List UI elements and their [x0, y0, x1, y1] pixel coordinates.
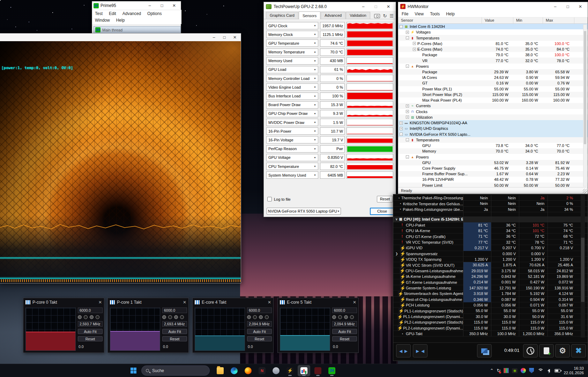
table-row[interactable]: ⚡ PL2-Leistungsgrenzwert (Statisch) 115.… [393, 319, 588, 325]
radio-button[interactable] [247, 315, 251, 319]
table-row[interactable]: - ▮ Temperatures [398, 137, 588, 143]
sensor-name-dropdown[interactable]: GPU Clock▼ [266, 22, 318, 29]
start-button[interactable] [131, 368, 136, 374]
tree-expander-icon[interactable]: - [406, 65, 409, 68]
tree-expander-icon[interactable]: - [400, 25, 403, 28]
taskbar-app-edge[interactable] [228, 365, 240, 376]
table-row[interactable]: ∨ ▦ CPU [#0]: Intel Core i5-13420H: Enha… [393, 216, 588, 222]
tree-expander-icon[interactable]: - [400, 133, 403, 136]
clock-button[interactable] [523, 344, 538, 357]
auto-fit-button[interactable]: Auto Fit [332, 329, 357, 334]
tray-chevron-up-icon[interactable]: ⌃ [490, 368, 494, 374]
table-row[interactable]: ⚡ PL1-Leistungsgrenzwert (Statisch) 55.0… [393, 308, 588, 313]
hwmonitor-menu-item[interactable]: View [415, 12, 424, 16]
gpu-device-select[interactable]: NVIDIA GeForce RTX 5050 Laptop GPU▼ [267, 208, 341, 215]
graph-max-field[interactable]: 6000.0 [247, 308, 272, 313]
sensor-name-dropdown[interactable]: GPU Chip Power Draw▼ [266, 110, 318, 117]
gpuz-tab[interactable]: Sensors [299, 12, 320, 19]
graph-reset-button[interactable]: Reset [162, 336, 187, 341]
tray-security-shield-icon[interactable] [529, 368, 534, 373]
table-row[interactable]: Max Peak Power (PL4) 160.00 W 160.00 W 1… [398, 97, 588, 103]
radio-button[interactable] [78, 315, 82, 319]
sensor-name-dropdown[interactable]: MVDDC Power Draw▼ [266, 119, 318, 126]
tree-expander-icon[interactable]: + [406, 116, 409, 119]
column-sensor[interactable]: Sensor [398, 17, 482, 23]
prime95-menu-item[interactable]: Help [116, 17, 125, 23]
scrollbar-thumb[interactable] [584, 31, 586, 144]
radio-button[interactable] [162, 315, 166, 319]
table-row[interactable]: Short Power Max (PL2) 115.00 W 115.00 W … [398, 92, 588, 97]
table-row[interactable]: - ▭ NVIDIA GeForce RTX 5050 Lapto... [398, 131, 588, 137]
radio-button[interactable] [344, 315, 348, 319]
table-row[interactable] [393, 212, 588, 216]
table-row[interactable]: ◔ GPU-Takt 350.0 MHz 100.0 MHz 1,200.0 M… [393, 331, 588, 337]
table-row[interactable]: + ▬ KINGSTON OM8PGP41024Q-AA [398, 120, 588, 126]
radio-button[interactable] [84, 315, 88, 319]
prime95-titlebar[interactable]: 24 Prime95 – □ ✕ [92, 1, 181, 10]
taskbar-app-grey[interactable] [270, 365, 282, 376]
table-row[interactable]: + ▭ Intel(R) UHD Graphics [398, 126, 588, 131]
graph-window-titlebar[interactable]: P-core 0 Takt ✕ [23, 298, 104, 306]
radio-button[interactable] [332, 315, 336, 319]
table-row[interactable]: + E-Cores (Max) 74.0 °C 35.0 °C 84.0 °C [398, 46, 588, 52]
table-row[interactable]: ⚡ CPU-Gesamt-Leistungsaufnahme 29.019 W … [393, 268, 588, 274]
table-row[interactable]: ! VR VCC Temperatur (SVID) 77 °C 32 °C 7… [393, 239, 588, 245]
graph-window-close-button[interactable]: ✕ [268, 300, 271, 305]
table-row[interactable]: - ▲ Powers [398, 64, 588, 69]
sensor-name-dropdown[interactable]: System Memory Used▼ [266, 171, 318, 179]
gpuz-titlebar[interactable]: TechPowerUp GPU-Z 2.68.0 – □ ✕ [264, 2, 396, 11]
checkbox-icon[interactable] [267, 197, 272, 201]
table-row[interactable]: GT 0.16 W 0.00 W 0.76 W [398, 80, 588, 86]
tree-expander-icon[interactable]: - [406, 36, 409, 39]
graph-reset-button[interactable]: Reset [332, 336, 357, 341]
log-to-file-checkbox[interactable]: Log to file [267, 197, 291, 201]
prime95-menu-item[interactable]: Advanced [122, 11, 141, 17]
sensor-name-dropdown[interactable]: PerfCap Reason▼ [266, 145, 318, 153]
tree-expander-icon[interactable]: + [400, 127, 403, 130]
radio-button[interactable] [350, 315, 354, 319]
prime95-menu-item[interactable]: Window [95, 17, 110, 23]
hwmonitor-minimize-button[interactable]: – [550, 3, 560, 10]
prime95-maximize-button[interactable]: □ [157, 2, 167, 9]
auto-fit-button[interactable]: Auto Fit [78, 329, 103, 334]
table-row[interactable]: GPU 53.02 W 3.28 W 81.92 W [398, 160, 588, 165]
tree-expander-icon[interactable]: + [406, 110, 409, 113]
sensor-name-dropdown[interactable]: Memory Controller Load▼ [266, 75, 318, 82]
table-row[interactable]: ❯ ⚡ Spannungsversatz 0.000 V 0.000 V [393, 251, 588, 257]
scrollbar[interactable] [583, 24, 587, 186]
tree-expander-icon[interactable]: + [413, 48, 416, 51]
table-row[interactable]: ⚡ PL1-Leistungsgrenzwert (Dynami... 30.0… [393, 314, 588, 319]
graph-window-titlebar[interactable]: E-core 4 Takt ✕ [193, 298, 273, 306]
sensor-name-dropdown[interactable]: Bus Interface Load▼ [266, 93, 318, 100]
stress-maximize-button[interactable]: □ [219, 34, 230, 41]
table-row[interactable]: ⚡ GT-Kerne Leistungsaufnahme 0.214 W 0.0… [393, 279, 588, 285]
tray-color-app-icon[interactable] [521, 368, 526, 373]
table-row[interactable]: Package 79.0 °C 38.0 °C 100.0 °C [398, 52, 588, 58]
graph-max-field[interactable]: 6000.0 [162, 308, 187, 313]
taskbar-app-hwinfo[interactable] [298, 365, 310, 376]
radio-button[interactable] [259, 315, 263, 319]
graph-window-close-button[interactable]: ✕ [98, 300, 102, 305]
sensor-name-dropdown[interactable]: Memory Clock▼ [266, 31, 318, 38]
tree-chevron-icon[interactable]: ∨ [395, 217, 398, 221]
remote-monitoring-button[interactable] [477, 344, 492, 357]
hwinfo-close-button[interactable]: ✖ [571, 344, 586, 357]
table-row[interactable]: - ▦ Intel Core i5 13420H [398, 24, 588, 29]
hwmonitor-menu-item[interactable]: File [402, 12, 408, 16]
auto-fit-button[interactable]: Auto Fit [162, 329, 187, 334]
taskbar-app-maroon[interactable] [312, 365, 324, 376]
hwmonitor-maximize-button[interactable]: □ [563, 3, 573, 10]
sensor-name-dropdown[interactable]: Board Power Draw▼ [266, 101, 318, 109]
search-input[interactable]: Suche [141, 365, 210, 376]
tree-chevron-icon[interactable]: ❯ [395, 252, 399, 256]
radio-button[interactable] [180, 315, 184, 319]
table-row[interactable]: ⚡ VR VCC Strom (SVID IOUT) 30.625 A 1.87… [393, 262, 588, 268]
speaker-icon[interactable] [546, 369, 550, 372]
table-row[interactable]: + ⊓ Clocks [398, 109, 588, 114]
sensor-name-dropdown[interactable]: GPU Temperature▼ [266, 39, 318, 47]
table-row[interactable]: GPU 73.8 °C 34.0 °C 77.0 °C [398, 143, 588, 148]
table-row[interactable]: - ▲ Powers [398, 154, 588, 160]
graph-window-titlebar[interactable]: P-core 1 Takt ✕ [108, 298, 188, 306]
radio-button[interactable] [174, 315, 178, 319]
taskbar-app-dark[interactable]: N [256, 365, 268, 376]
